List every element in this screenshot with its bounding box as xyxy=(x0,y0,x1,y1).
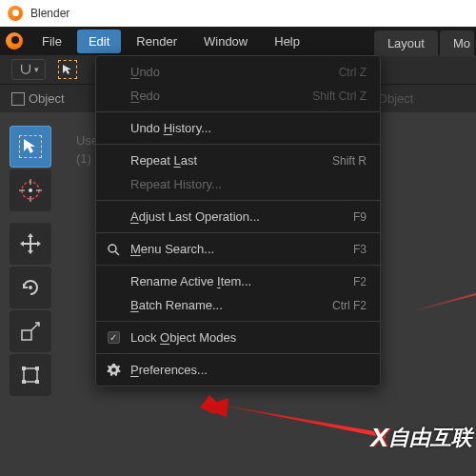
menu-separator xyxy=(96,200,380,201)
cursor-tool[interactable] xyxy=(10,169,51,211)
menu-item-label: Redo xyxy=(130,89,160,103)
x-axis-line xyxy=(411,293,476,312)
watermark: X 自由互联 xyxy=(370,423,472,453)
menu-separator xyxy=(96,232,380,233)
menu-item-label: Menu Search... xyxy=(130,242,214,256)
watermark-text: 自由互联 xyxy=(388,424,472,452)
menu-shortcut: Ctrl Z xyxy=(339,66,367,79)
menu-shortcut: Shift Ctrl Z xyxy=(312,89,367,103)
edit-menu-dropdown: UndoCtrl ZRedoShift Ctrl ZUndo History..… xyxy=(95,55,381,387)
header-menu-object[interactable]: Object xyxy=(378,91,414,106)
watermark-logo-icon: X xyxy=(370,423,387,453)
menu-item-label: Repeat History... xyxy=(130,177,222,191)
menu-item-label: Undo History... xyxy=(130,121,211,135)
object-mode-icon xyxy=(11,92,25,106)
menu-item-repeat-last[interactable]: Repeat LastShift R xyxy=(96,149,380,172)
menu-shortcut: Ctrl F2 xyxy=(332,299,367,312)
svg-rect-12 xyxy=(35,380,39,384)
mode-label: Object xyxy=(29,91,65,106)
menu-item-label: Lock Object Modes xyxy=(130,330,236,345)
transform-tool[interactable] xyxy=(10,354,51,396)
toolbar xyxy=(10,126,51,396)
gear-icon xyxy=(106,363,121,378)
menu-shortcut: F9 xyxy=(353,210,367,224)
svg-line-14 xyxy=(115,251,119,255)
window-titlebar: Blender xyxy=(0,0,476,27)
menu-item-repeat-history: Repeat History... xyxy=(96,172,380,196)
menu-item-undo-history[interactable]: Undo History... xyxy=(96,116,380,140)
menu-shortcut: F3 xyxy=(353,243,367,256)
app-icon[interactable] xyxy=(6,32,23,50)
checkbox-icon: ✓ xyxy=(106,330,121,346)
menu-separator xyxy=(96,144,380,145)
menu-item-label: Batch Rename... xyxy=(130,298,223,312)
svg-rect-10 xyxy=(35,367,39,370)
menu-shortcut: F2 xyxy=(353,275,367,288)
menu-item-lock-object-modes[interactable]: ✓Lock Object Modes xyxy=(96,326,380,349)
menu-item-label: Rename Active Item... xyxy=(130,274,251,288)
menu-separator xyxy=(96,353,380,354)
window-title: Blender xyxy=(30,7,69,20)
menu-item-menu-search[interactable]: Menu Search...F3 xyxy=(96,237,380,261)
menu-item-label: Adjust Last Operation... xyxy=(130,209,260,224)
search-icon xyxy=(106,242,121,257)
cursor-tool-preview xyxy=(53,59,82,80)
svg-rect-8 xyxy=(24,368,37,382)
menu-render[interactable]: Render xyxy=(125,30,188,53)
menu-separator xyxy=(96,111,380,112)
menu-window[interactable]: Window xyxy=(192,30,259,53)
menu-item-redo: RedoShift Ctrl Z xyxy=(96,84,380,108)
menu-item-label: Undo xyxy=(130,65,160,79)
menu-item-preferences[interactable]: Preferences... xyxy=(96,358,380,382)
mode-selector[interactable]: Object xyxy=(11,91,65,106)
menu-edit[interactable]: Edit xyxy=(77,30,121,53)
menu-item-batch-rename[interactable]: Batch Rename...Ctrl F2 xyxy=(96,293,380,317)
scale-tool[interactable] xyxy=(10,310,51,352)
svg-rect-9 xyxy=(22,367,26,370)
top-menubar: FileEditRenderWindowHelp Layout Mo xyxy=(0,27,476,55)
menu-help[interactable]: Help xyxy=(263,30,311,53)
snapping-dropdown[interactable]: ▾ xyxy=(11,59,46,80)
menu-item-rename-active-item[interactable]: Rename Active Item...F2 xyxy=(96,269,380,293)
menu-separator xyxy=(96,321,380,322)
workspace-tabs: Layout Mo xyxy=(374,27,476,56)
menu-item-undo: UndoCtrl Z xyxy=(96,60,380,84)
blender-logo-icon xyxy=(8,6,23,21)
tab-layout[interactable]: Layout xyxy=(374,30,438,56)
svg-rect-11 xyxy=(22,380,26,384)
svg-rect-7 xyxy=(22,330,31,340)
rotate-tool[interactable] xyxy=(10,267,51,308)
svg-point-6 xyxy=(29,286,32,289)
menu-item-adjust-last-operation[interactable]: Adjust Last Operation...F9 xyxy=(96,205,380,228)
menu-shortcut: Shift R xyxy=(332,154,367,168)
svg-point-1 xyxy=(29,188,32,192)
menu-item-label: Preferences... xyxy=(130,363,208,377)
annotation-arrow xyxy=(200,390,390,447)
menu-file[interactable]: File xyxy=(30,30,73,53)
tab-modeling[interactable]: Mo xyxy=(440,30,474,56)
menu-item-label: Repeat Last xyxy=(130,153,197,168)
move-tool[interactable] xyxy=(10,223,51,265)
menu-separator xyxy=(96,265,380,266)
svg-point-13 xyxy=(109,245,116,252)
select-box-tool[interactable] xyxy=(10,126,51,168)
